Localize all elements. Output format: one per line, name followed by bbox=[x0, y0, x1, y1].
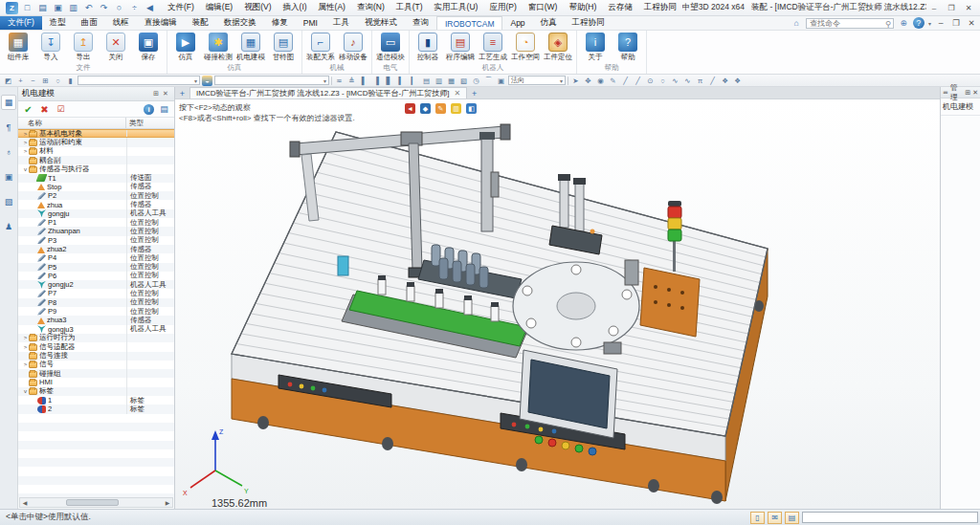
tree-row[interactable]: v 传感器与执行器 bbox=[18, 164, 174, 173]
tree-row[interactable]: zhua3 传感器 bbox=[18, 316, 174, 324]
check-button[interactable]: ☑ bbox=[55, 103, 67, 116]
side-strip-icon[interactable]: ▧ bbox=[1, 194, 16, 209]
tree-row[interactable]: > 运动副和约束 bbox=[18, 138, 174, 146]
ribbon-button-about[interactable]: i关于 bbox=[579, 32, 612, 62]
expander-icon[interactable]: v bbox=[22, 388, 29, 394]
help-icon[interactable]: ? bbox=[913, 17, 924, 29]
ribbon-button-export[interactable]: ↥导出 bbox=[67, 32, 100, 62]
tree-row[interactable]: P4 位置控制 bbox=[18, 253, 174, 262]
menu-item[interactable]: 窗口(W) bbox=[523, 0, 564, 15]
expander-icon[interactable]: > bbox=[22, 140, 29, 145]
expander-icon[interactable]: > bbox=[22, 148, 29, 154]
toolbar-icon[interactable]: ▧ bbox=[458, 76, 469, 86]
ribbon-tab[interactable]: 曲面 bbox=[74, 16, 105, 30]
search-icon[interactable]: ⚲ bbox=[882, 18, 894, 30]
menu-item[interactable]: 工具(T) bbox=[390, 0, 429, 15]
toolbar-icon[interactable]: ○ bbox=[53, 76, 63, 86]
window-close-button[interactable]: ✕ bbox=[961, 2, 976, 13]
toolbar-icon[interactable]: ▋ bbox=[384, 76, 394, 86]
toolbar-icon[interactable]: ∿ bbox=[682, 76, 693, 86]
menu-item[interactable]: 云存储 bbox=[602, 0, 638, 15]
status-toggle-icon[interactable]: ✉ bbox=[768, 512, 782, 524]
viewport-overlay-icon[interactable]: ▥ bbox=[451, 103, 461, 114]
toolbar-icon[interactable]: ▌ bbox=[359, 76, 369, 86]
tree-row[interactable]: > 材料 bbox=[18, 147, 174, 156]
side-strip-icon[interactable]: ♁ bbox=[1, 144, 16, 160]
toolbar-icon[interactable]: ❖ bbox=[732, 76, 743, 86]
tree-row[interactable]: gongju2 机器人工具 bbox=[18, 280, 174, 289]
menu-item[interactable]: 编辑(E) bbox=[200, 0, 238, 15]
ribbon-tab-file[interactable]: 文件(F) bbox=[0, 16, 42, 30]
tree-row[interactable]: v 标签 bbox=[18, 387, 174, 396]
home-icon[interactable]: ⌂ bbox=[791, 17, 802, 29]
tree-row[interactable]: 碰撞组 bbox=[18, 369, 174, 378]
toolbar-icon[interactable]: ⊙ bbox=[645, 76, 656, 86]
tree-row[interactable]: 1 标签 bbox=[18, 396, 174, 405]
toolbar-icon[interactable]: ➤ bbox=[570, 76, 581, 86]
tree-row[interactable]: P2 位置控制 bbox=[18, 191, 174, 200]
machine-model[interactable]: Z X Y 1355.62mm bbox=[175, 115, 940, 509]
viewport-overlay-icon[interactable]: ◄ bbox=[405, 103, 415, 114]
side-strip-icon[interactable]: ♟ bbox=[1, 219, 16, 234]
doc-close-icon[interactable]: ✕ bbox=[966, 17, 977, 29]
toolbar-icon[interactable]: ◩ bbox=[3, 76, 13, 86]
ribbon-tab[interactable]: 查询 bbox=[405, 16, 436, 30]
menu-item[interactable]: 属性(A) bbox=[313, 0, 351, 15]
tree-row[interactable]: P5 位置控制 bbox=[18, 262, 174, 271]
expander-icon[interactable]: > bbox=[22, 361, 29, 367]
ribbon-button-mcd[interactable]: ▦机电建模 bbox=[234, 32, 267, 62]
part-combo[interactable]: ▾ bbox=[214, 76, 329, 85]
side-strip-icon[interactable]: ¶ bbox=[1, 120, 16, 135]
horizontal-scrollbar[interactable]: ◀ ▶ bbox=[19, 497, 173, 508]
toolbar-icon[interactable]: ≂ bbox=[334, 76, 345, 86]
right-panel-expand-icon[interactable]: ⊞ bbox=[965, 89, 970, 97]
toolbar-icon[interactable]: ╱ bbox=[620, 76, 631, 86]
window-minimize-button[interactable]: – bbox=[926, 2, 942, 13]
right-panel-tab-mcd[interactable]: 机电建模 bbox=[941, 98, 980, 116]
toolbar-icon[interactable]: ▦ bbox=[446, 76, 457, 86]
ribbon-tab[interactable]: 修复 bbox=[264, 16, 296, 30]
tree-row[interactable]: gongju 机器人工具 bbox=[18, 209, 174, 218]
toolbar-icon[interactable]: − bbox=[28, 76, 38, 86]
expander-icon[interactable]: > bbox=[22, 335, 29, 340]
tree-row[interactable]: 信号连接 bbox=[18, 351, 174, 360]
toolbar-icon[interactable]: ≜ bbox=[346, 76, 357, 86]
3d-viewport[interactable]: 按下<F2>动态的观察 <F8>或者<Shift+roll> 查找下一个有效的过… bbox=[175, 99, 940, 509]
expander-icon[interactable]: > bbox=[22, 344, 29, 350]
toolbar-icon[interactable]: ▎ bbox=[409, 76, 419, 86]
filter-combo[interactable]: ▾ bbox=[78, 76, 200, 85]
ribbon-button-program-edit[interactable]: ▤程序编辑 bbox=[444, 32, 477, 62]
column-header-name[interactable]: 名称 bbox=[18, 118, 126, 128]
ribbon-button-workpiece-locate[interactable]: ◈工件定位 bbox=[542, 32, 574, 62]
tree-row[interactable]: > 信号适配器 bbox=[18, 342, 174, 351]
globe-icon[interactable]: ⊕ bbox=[898, 17, 909, 29]
toolbar-icon[interactable]: ⌒ bbox=[483, 76, 494, 86]
new-tab-icon[interactable]: + bbox=[469, 88, 479, 98]
tree-row[interactable]: T1 传送面 bbox=[18, 173, 174, 182]
toolbar-icon[interactable]: ❖ bbox=[720, 76, 730, 86]
column-header-type[interactable]: 类型 bbox=[126, 118, 174, 128]
command-search-input[interactable] bbox=[806, 18, 894, 29]
toolbar-icon[interactable]: π bbox=[695, 76, 705, 86]
toolbar-icon[interactable]: ▣ bbox=[496, 76, 506, 86]
ribbon-button-mobile-device[interactable]: ♪移动设备 bbox=[337, 32, 369, 62]
toolbar-icon[interactable]: + bbox=[15, 76, 26, 86]
tree-row[interactable]: zhua 传感器 bbox=[18, 200, 174, 208]
tree-row[interactable]: gongju3 机器人工具 bbox=[18, 325, 174, 334]
ribbon-tab[interactable]: 线框 bbox=[105, 16, 137, 30]
toolbar-icon[interactable]: ✎ bbox=[608, 76, 618, 86]
tree-row[interactable]: > 信号 bbox=[18, 361, 174, 369]
side-strip-icon[interactable]: ▣ bbox=[1, 169, 16, 185]
pin-icon[interactable]: ≂ bbox=[943, 89, 948, 97]
ribbon-button-gantt[interactable]: ▤甘特图 bbox=[267, 32, 300, 62]
ribbon-tab[interactable]: 直接编辑 bbox=[137, 16, 185, 30]
tree-row[interactable]: P6 位置控制 bbox=[18, 272, 174, 280]
toolbar-icon[interactable]: ◷ bbox=[471, 76, 481, 86]
doc-restore-icon[interactable]: ❐ bbox=[950, 17, 962, 29]
ribbon-button-save[interactable]: ▣保存 bbox=[132, 32, 165, 62]
menu-item[interactable]: 文件(F) bbox=[162, 0, 200, 15]
tree-row[interactable]: zhua2 传感器 bbox=[18, 245, 174, 253]
toolbar-icon[interactable]: ○ bbox=[657, 76, 668, 86]
ribbon-tab[interactable]: 仿真 bbox=[533, 16, 565, 30]
menu-item[interactable]: 应用(P) bbox=[483, 0, 522, 15]
